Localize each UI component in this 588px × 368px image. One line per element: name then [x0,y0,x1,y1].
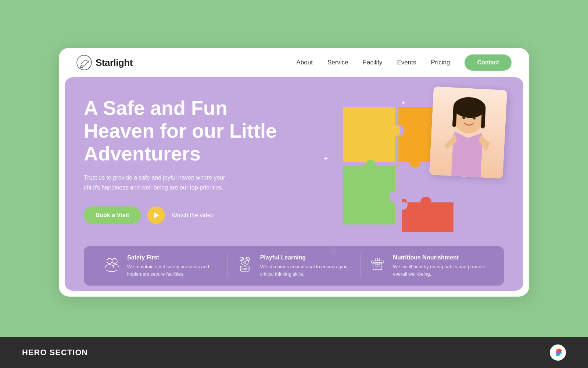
play-video-button[interactable] [147,206,165,224]
feature-learning-text: Playful Learning We combines educational… [260,254,353,277]
nav-item-pricing[interactable]: Pricing [431,59,450,66]
bottom-bar: HERO SECTION [0,337,588,368]
nav-item-events[interactable]: Events [397,59,416,66]
contact-button[interactable]: Contact [465,54,512,71]
nav-links: About Service Facility Events Pricing [296,59,450,66]
feature-nutrition: Nutritious Nourishment We instill health… [360,254,493,277]
hero-content: A Safe and Fun Heaven for our Little Adv… [84,96,290,224]
play-triangle-icon [154,212,159,218]
main-card: Starlight About Service Facility Events … [59,48,529,297]
features-bar: Safety First We maintain strict safety p… [84,246,504,286]
svg-text:ABC: ABC [241,267,249,271]
nav-item-facility[interactable]: Facility [363,59,383,66]
svg-rect-18 [373,262,382,270]
logo-area: Starlight [76,55,133,70]
feature-nutrition-text: Nutritious Nourishment We instill health… [393,254,486,277]
svg-point-12 [241,258,248,265]
page-wrapper: Starlight About Service Facility Events … [0,0,588,337]
child-illustration [429,86,507,178]
nutrition-icon [368,254,387,273]
svg-point-11 [112,258,117,263]
svg-point-15 [244,261,246,263]
svg-point-10 [107,258,112,263]
navbar: Starlight About Service Facility Events … [59,48,529,77]
svg-point-0 [77,55,92,70]
nav-item-about[interactable]: About [296,59,312,66]
figma-icon [550,344,566,361]
nav-item-service[interactable]: Service [327,59,348,66]
brand-name: Starlight [96,57,133,68]
hero-description: Trust us to provide a safe and joyful ha… [84,173,238,192]
section-label: HERO SECTION [22,348,88,357]
feature-safety: Safety First We maintain strict safety p… [95,254,227,277]
child-placeholder [429,86,507,178]
hero-title: A Safe and Fun Heaven for our Little Adv… [84,96,290,165]
child-photo-card [429,86,507,178]
learning-icon: ABC [235,254,254,273]
rocking-horse-icon [76,55,92,70]
hero-actions: Book a Visit Watch the video [84,206,290,224]
feature-safety-text: Safety First We maintain strict safety p… [127,254,220,277]
hero-section: ✦ ✦ ✦ ✦ ✦ A Safe and Fun Heaven for our … [65,77,523,291]
feature-learning: ABC Playful Learning We combines educati… [227,254,361,277]
watch-video-label: Watch the video [172,212,214,219]
safety-icon [102,254,121,273]
book-visit-button[interactable]: Book a Visit [84,206,141,224]
